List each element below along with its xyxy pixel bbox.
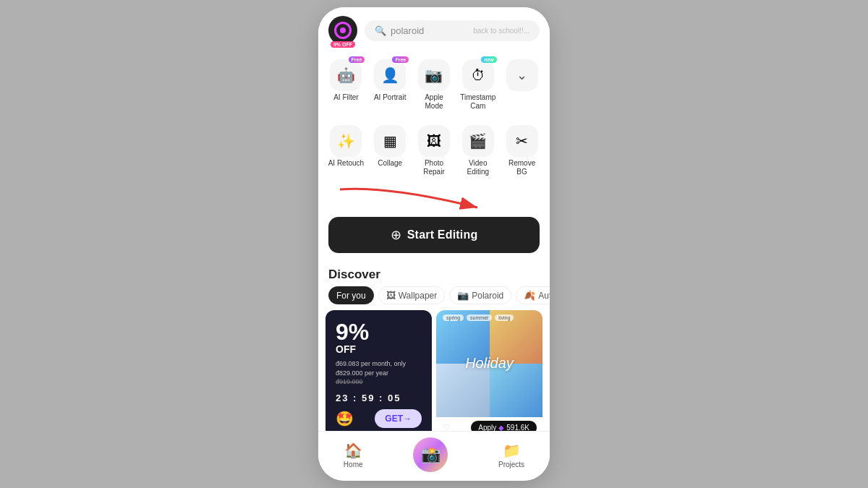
tool-label-ai-retouch: AI Retouch <box>328 159 364 168</box>
search-text: polaroid <box>391 25 469 36</box>
tool-grid-row2: ✨ AI Retouch ▦ Collage 🖼 Photo Repair 🎬 … <box>318 116 550 182</box>
start-editing-wrap: ⊕ Start Editing <box>318 211 550 262</box>
holiday-card-footer: ♡ Apply ◆ 591.6K <box>436 417 542 431</box>
bottom-nav: 🏠 Home 📸 📁 Projects <box>318 431 550 481</box>
tool-icon-wrap-ai-portrait: Free 👤 <box>374 59 406 91</box>
tab-polaroid[interactable]: 📷 Polaroid <box>449 286 511 304</box>
autumn-emoji: 🍂 <box>524 290 535 301</box>
heart-icon[interactable]: ♡ <box>442 422 451 431</box>
start-editing-label: Start Editing <box>407 228 478 241</box>
logo-dot <box>340 27 346 33</box>
promo-desc: đ69.083 per month, onlyđ829.000 per year… <box>336 359 422 387</box>
promo-off: OFF <box>336 343 422 355</box>
tool-timestamp-cam[interactable]: new ⏱ Timestamp Cam <box>457 56 498 114</box>
search-bar[interactable]: 🔍 polaroid back to school!!... <box>365 20 540 41</box>
polaroid-emoji: 📷 <box>457 290 469 301</box>
holiday-text: Holiday <box>465 355 514 372</box>
holiday-photos: Holiday spring summer living <box>436 310 542 417</box>
tool-label-ai-filter: AI Filter <box>333 93 358 102</box>
header: 9% OFF 🔍 polaroid back to school!!... <box>318 7 550 51</box>
search-sub: back to school!!... <box>473 27 529 35</box>
tool-apple-mode[interactable]: 📷 Apple Mode <box>414 56 455 114</box>
wallpaper-emoji: 🖼 <box>386 290 396 301</box>
tool-remove-bg[interactable]: ✂ Remove BG <box>501 122 542 179</box>
tool-ai-retouch[interactable]: ✨ AI Retouch <box>326 122 367 179</box>
content-grid: 9% OFF đ69.083 per month, onlyđ829.000 p… <box>318 310 550 431</box>
tool-label-photo-repair: Photo Repair <box>415 159 454 176</box>
camera-icon: 📸 <box>421 445 441 464</box>
get-button[interactable]: GET→ <box>375 409 422 428</box>
tool-video-editing[interactable]: 🎬 Video Editing <box>457 122 498 179</box>
logo[interactable]: 9% OFF <box>328 16 357 45</box>
tool-icon-wrap-photo-repair: 🖼 <box>418 125 450 157</box>
tab-wallpaper[interactable]: 🖼 Wallpaper <box>378 286 446 304</box>
apply-button[interactable]: Apply ◆ 591.6K <box>471 421 537 431</box>
nav-center-button[interactable]: 📸 <box>413 437 448 472</box>
holiday-tag-living: living <box>495 314 514 321</box>
holiday-tags: spring summer living <box>438 312 518 323</box>
logo-inner <box>334 22 352 39</box>
nav-home-label: Home <box>344 461 363 468</box>
plus-icon: ⊕ <box>391 227 401 243</box>
badge-new-timestamp-cam: new <box>481 56 497 63</box>
tool-label-video-editing: Video Editing <box>459 159 497 176</box>
more-button[interactable]: ⌄ <box>506 59 538 91</box>
tool-photo-repair[interactable]: 🖼 Photo Repair <box>414 122 455 179</box>
collage-icon: ▦ <box>383 132 397 150</box>
nav-projects[interactable]: 📁 Projects <box>498 442 524 468</box>
tool-label-remove-bg: Remove BG <box>503 159 541 176</box>
timestamp-cam-icon: ⏱ <box>471 67 485 84</box>
photo-repair-icon: 🖼 <box>427 133 441 150</box>
tool-label-apple-mode: Apple Mode <box>415 93 454 111</box>
tool-label-timestamp-cam: Timestamp Cam <box>459 93 497 111</box>
home-icon: 🏠 <box>344 442 362 459</box>
tool-ai-filter[interactable]: Free 🤖 AI Filter <box>326 56 367 114</box>
tab-for-you-label: For you <box>336 291 366 301</box>
tool-icon-wrap-video-editing: 🎬 <box>462 125 494 157</box>
promo-card: 9% OFF đ69.083 per month, onlyđ829.000 p… <box>326 310 432 431</box>
search-icon: 🔍 <box>375 25 386 36</box>
badge-free-ai-portrait: Free <box>392 56 409 63</box>
remove-bg-icon: ✂ <box>516 132 528 150</box>
badge-free-ai-filter: Free <box>349 56 365 63</box>
tool-icon-wrap-collage: ▦ <box>374 125 406 157</box>
tab-for-you[interactable]: For you <box>328 286 374 304</box>
apply-count: 591.6K <box>506 424 529 431</box>
ai-portrait-icon: 👤 <box>381 67 399 84</box>
tool-icon-wrap-apple-mode: 📷 <box>418 59 450 91</box>
discover-title: Discover <box>318 262 550 286</box>
tool-icon-wrap-timestamp-cam: new ⏱ <box>462 59 494 91</box>
nav-projects-label: Projects <box>498 461 524 468</box>
projects-icon: 📁 <box>503 442 521 459</box>
nav-home[interactable]: 🏠 Home <box>344 442 363 468</box>
video-editing-icon: 🎬 <box>469 132 487 150</box>
ai-filter-icon: 🤖 <box>337 67 355 84</box>
logo-circle <box>328 16 357 45</box>
chevron-down-icon: ⌄ <box>516 67 527 83</box>
tab-polaroid-label: Polaroid <box>472 291 503 301</box>
apple-mode-icon: 📷 <box>425 67 443 84</box>
promo-percent: 9% <box>336 320 422 343</box>
discover-tabs: For you 🖼 Wallpaper 📷 Polaroid 🍂 Autumn … <box>318 286 550 310</box>
holiday-overlay: Holiday <box>436 310 542 417</box>
tool-label-ai-portrait: AI Portrait <box>374 93 406 102</box>
off-badge: 9% OFF <box>331 41 355 48</box>
tool-icon-wrap-ai-filter: Free 🤖 <box>330 59 362 91</box>
holiday-tag-spring: spring <box>443 314 464 321</box>
tool-more[interactable]: ⌄ <box>501 56 542 114</box>
holiday-tag-summer: summer <box>467 314 492 321</box>
promo-emoji: 🤩 <box>336 410 354 427</box>
promo-percent-wrap: 9% OFF đ69.083 per month, onlyđ829.000 p… <box>336 320 422 387</box>
start-editing-button[interactable]: ⊕ Start Editing <box>328 217 540 253</box>
tool-ai-portrait[interactable]: Free 👤 AI Portrait <box>370 56 411 114</box>
diamond-icon: ◆ <box>498 424 504 431</box>
tab-wallpaper-label: Wallpaper <box>399 291 438 301</box>
promo-timer: 23 : 59 : 05 <box>336 387 422 403</box>
arrow-area <box>318 182 550 211</box>
phone-frame: 9% OFF 🔍 polaroid back to school!!... Fr… <box>318 7 550 481</box>
tool-icon-wrap-ai-retouch: ✨ <box>330 125 362 157</box>
tab-autumn[interactable]: 🍂 Autumn <box>516 286 550 304</box>
tool-collage[interactable]: ▦ Collage <box>370 122 411 179</box>
tab-autumn-label: Autumn <box>538 291 550 301</box>
holiday-card: Holiday spring summer living ♡ Apply ◆ 5… <box>436 310 542 431</box>
